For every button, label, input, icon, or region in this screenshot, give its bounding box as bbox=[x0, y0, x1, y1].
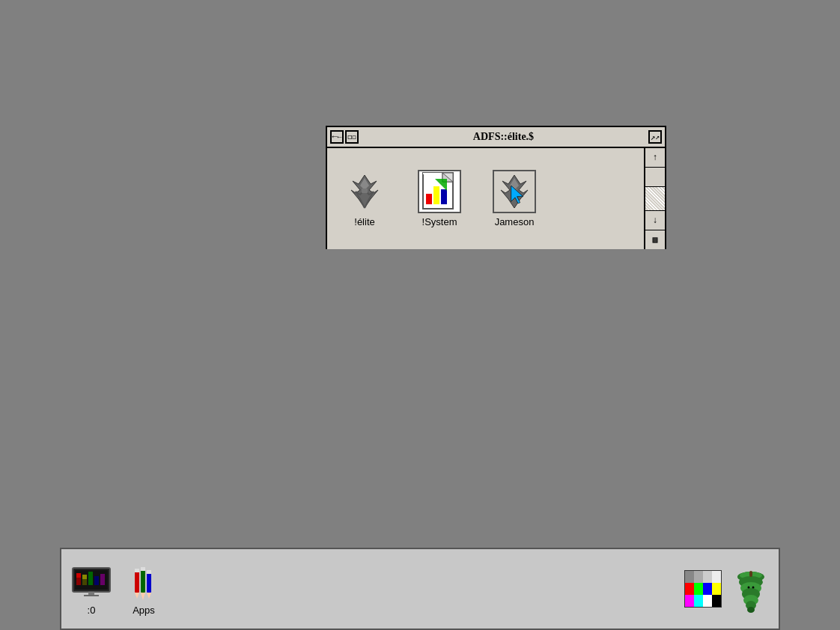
svg-rect-30 bbox=[147, 570, 151, 574]
color-cell-2 bbox=[694, 571, 703, 583]
display-taskbar-label: :0 bbox=[88, 605, 96, 616]
taskbar-item-color-palette[interactable] bbox=[681, 567, 725, 611]
svg-rect-25 bbox=[141, 567, 145, 593]
svg-rect-21 bbox=[84, 595, 99, 596]
color-cell-4 bbox=[712, 571, 721, 583]
icon-jameson[interactable]: Jameson bbox=[484, 170, 544, 227]
svg-rect-20 bbox=[88, 592, 94, 595]
svg-marker-23 bbox=[135, 593, 139, 599]
window-content: !élite bbox=[327, 148, 665, 249]
apps-taskbar-icon bbox=[124, 563, 163, 602]
system-icon-image bbox=[418, 170, 461, 213]
taskbar-item-acorn[interactable] bbox=[731, 562, 771, 616]
svg-rect-14 bbox=[76, 578, 81, 585]
window-titlebar: ← ◻ ADFS::élite.$ ↗ bbox=[327, 127, 665, 148]
svg-point-41 bbox=[752, 587, 755, 589]
svg-rect-38 bbox=[749, 571, 752, 577]
file-manager-window[interactable]: ← ◻ ADFS::élite.$ ↗ bbox=[326, 126, 666, 249]
svg-rect-19 bbox=[100, 574, 105, 585]
taskbar-item-display[interactable]: :0 bbox=[69, 560, 114, 619]
display-taskbar-icon bbox=[72, 563, 111, 602]
color-palette-icon bbox=[684, 570, 722, 608]
apps-taskbar-label: Apps bbox=[133, 605, 155, 616]
color-cell-12 bbox=[712, 595, 721, 607]
color-cell-11 bbox=[703, 595, 712, 607]
jameson-icon-image bbox=[493, 170, 536, 213]
svg-rect-18 bbox=[94, 576, 99, 585]
scroll-track[interactable] bbox=[645, 187, 665, 210]
acorn-icon bbox=[734, 565, 768, 613]
svg-rect-0 bbox=[362, 189, 368, 193]
scroll-resize-button[interactable]: ▩ bbox=[645, 230, 665, 249]
scroll-up-button[interactable]: ↑ bbox=[645, 148, 665, 168]
svg-marker-29 bbox=[147, 593, 151, 599]
svg-rect-5 bbox=[426, 194, 432, 204]
svg-rect-16 bbox=[82, 579, 87, 585]
svg-rect-2 bbox=[423, 173, 442, 174]
svg-rect-17 bbox=[88, 572, 93, 585]
scroll-thumb-top bbox=[645, 168, 665, 187]
close-button[interactable]: ← bbox=[330, 130, 344, 144]
color-cell-8 bbox=[712, 583, 721, 595]
color-cell-7 bbox=[703, 583, 712, 595]
taskbar-item-apps[interactable]: Apps bbox=[121, 560, 166, 619]
toggle-button[interactable]: ◻ bbox=[345, 130, 359, 144]
svg-rect-24 bbox=[135, 569, 139, 572]
svg-rect-9 bbox=[511, 189, 517, 193]
elite-icon-image bbox=[343, 170, 386, 213]
icon-system[interactable]: !System bbox=[410, 170, 469, 227]
color-cell-5 bbox=[685, 583, 694, 595]
color-cell-3 bbox=[703, 571, 712, 583]
taskbar: :0 Apps bbox=[60, 548, 780, 630]
window-title: ADFS::élite.$ bbox=[359, 131, 648, 143]
icons-area: !élite bbox=[327, 148, 644, 249]
scroll-down-button[interactable]: ↓ bbox=[645, 210, 665, 230]
system-label: !System bbox=[422, 216, 457, 227]
taskbar-right-area bbox=[681, 562, 771, 616]
resize-button[interactable]: ↗ bbox=[648, 130, 662, 144]
window-scrollbar: ↑ ↓ ▩ bbox=[644, 148, 665, 249]
svg-rect-6 bbox=[433, 186, 439, 204]
color-cell-1 bbox=[685, 571, 694, 583]
color-cell-10 bbox=[694, 595, 703, 607]
svg-point-39 bbox=[747, 607, 755, 613]
color-cell-9 bbox=[685, 595, 694, 607]
svg-rect-7 bbox=[441, 189, 447, 204]
icon-elite[interactable]: !élite bbox=[335, 170, 395, 227]
jameson-label: Jameson bbox=[495, 216, 535, 227]
svg-point-40 bbox=[748, 587, 750, 589]
elite-label: !élite bbox=[354, 216, 374, 227]
svg-rect-27 bbox=[141, 567, 145, 571]
color-cell-6 bbox=[694, 583, 703, 595]
svg-marker-26 bbox=[141, 593, 145, 600]
